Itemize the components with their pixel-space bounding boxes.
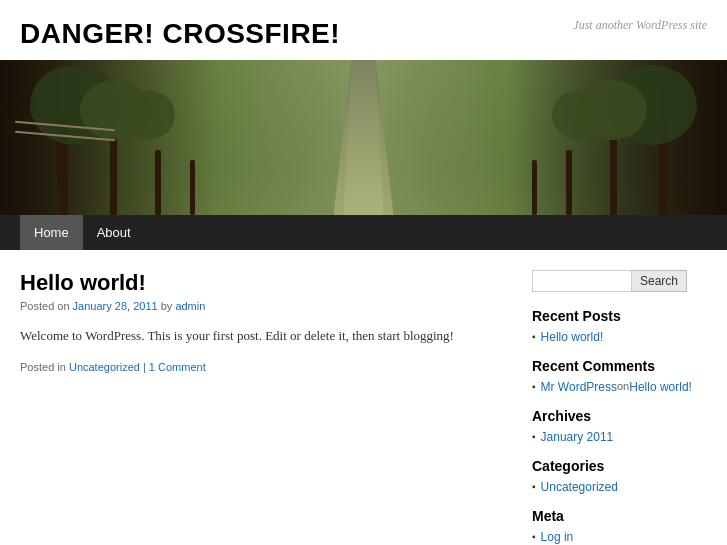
search-input[interactable] <box>532 270 632 292</box>
category-item: Uncategorized <box>532 480 707 494</box>
categories-heading: Categories <box>532 458 707 474</box>
recent-comments-section: Recent Comments Mr WordPress on Hello wo… <box>532 358 707 394</box>
meta-login-link[interactable]: Log in <box>541 530 574 544</box>
nav-item-home[interactable]: Home <box>20 215 83 250</box>
recent-comment-item: Mr WordPress on Hello world! <box>532 380 707 394</box>
search-box: Search <box>532 270 707 292</box>
meta-item-login: Log in <box>532 530 707 544</box>
recent-comments-heading: Recent Comments <box>532 358 707 374</box>
meta-heading: Meta <box>532 508 707 524</box>
post-by: by <box>161 300 176 312</box>
post-date-link[interactable]: January 28, 2011 <box>73 300 158 312</box>
nav-item-about[interactable]: About <box>83 215 145 250</box>
post-category-link[interactable]: Uncategorized <box>69 361 140 373</box>
post-meta-prefix: Posted on <box>20 300 70 312</box>
comment-post-link[interactable]: Hello world! <box>629 380 692 394</box>
sidebar: Search Recent Posts Hello world! Recent … <box>532 270 707 545</box>
site-header: DANGER! CROSSFIRE! Just another WordPres… <box>0 0 727 60</box>
categories-section: Categories Uncategorized <box>532 458 707 494</box>
post-comments-link[interactable]: 1 Comment <box>149 361 206 373</box>
site-title: DANGER! CROSSFIRE! <box>20 18 340 50</box>
post-author-link[interactable]: admin <box>175 300 205 312</box>
post: Hello world! Posted on January 28, 2011 … <box>20 270 512 373</box>
archive-link[interactable]: January 2011 <box>541 430 614 444</box>
post-footer: Posted in Uncategorized | 1 Comment <box>20 361 512 373</box>
post-meta: Posted on January 28, 2011 by admin <box>20 300 512 312</box>
nav-link-home[interactable]: Home <box>20 215 83 250</box>
site-tagline: Just another WordPress site <box>573 18 707 33</box>
nav-link-about[interactable]: About <box>83 215 145 250</box>
post-title: Hello world! <box>20 270 512 296</box>
meta-section: Meta Log in Entries RSS Comments RSS Wor… <box>532 508 707 545</box>
comment-author-link[interactable]: Mr WordPress <box>541 380 617 394</box>
archives-heading: Archives <box>532 408 707 424</box>
main-nav: Home About <box>0 215 727 250</box>
post-content: Welcome to WordPress. This is your first… <box>20 326 512 347</box>
recent-post-link[interactable]: Hello world! <box>541 330 604 344</box>
archive-item: January 2011 <box>532 430 707 444</box>
main-content: Hello world! Posted on January 28, 2011 … <box>20 270 512 545</box>
recent-posts-section: Recent Posts Hello world! <box>532 308 707 344</box>
archives-section: Archives January 2011 <box>532 408 707 444</box>
post-footer-prefix: Posted in <box>20 361 66 373</box>
hero-image <box>0 60 727 215</box>
search-button[interactable]: Search <box>632 270 687 292</box>
comment-on: on <box>617 380 629 392</box>
recent-posts-heading: Recent Posts <box>532 308 707 324</box>
category-link[interactable]: Uncategorized <box>541 480 618 494</box>
recent-post-item: Hello world! <box>532 330 707 344</box>
